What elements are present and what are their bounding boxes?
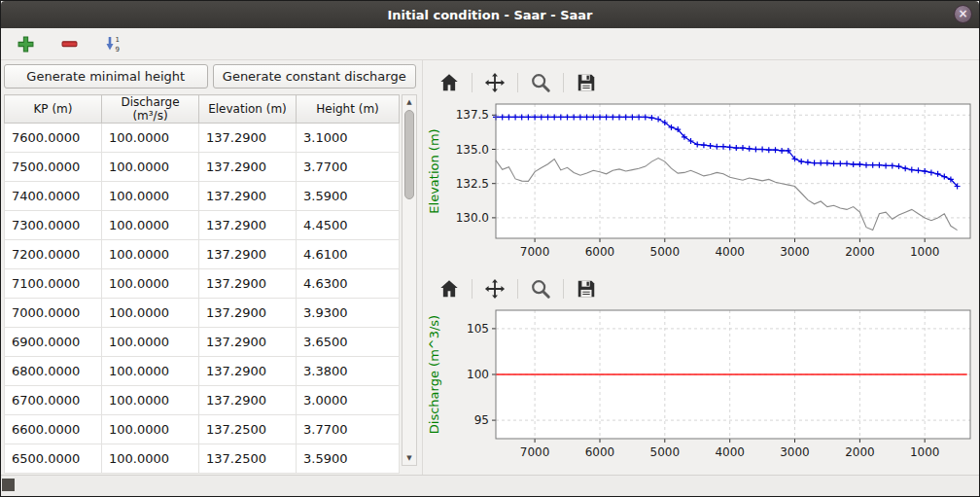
table-cell[interactable]: 100.0000 (102, 328, 199, 357)
table-cell[interactable]: 3.5900 (297, 444, 400, 474)
table-row[interactable]: 6800.0000100.0000137.29003.3800 (5, 357, 400, 386)
table-row[interactable]: 7600.0000100.0000137.29003.1000 (5, 124, 400, 153)
column-header[interactable]: Height (m) (297, 95, 400, 124)
table-cell[interactable]: 6800.0000 (5, 357, 102, 386)
table-cell[interactable]: 7400.0000 (5, 182, 102, 211)
table-cell[interactable]: 4.6100 (297, 240, 400, 269)
table-cell[interactable]: 6500.0000 (5, 444, 102, 474)
table-row[interactable]: 6900.0000100.0000137.29003.6500 (5, 328, 400, 357)
table-cell[interactable]: 7500.0000 (5, 153, 102, 182)
x-tick-label: 3000 (780, 445, 810, 459)
scrollbar-thumb[interactable] (404, 110, 414, 199)
elevation-zoom-button[interactable] (525, 70, 556, 95)
table-cell[interactable]: 6700.0000 (5, 386, 102, 415)
table-cell[interactable]: 3.0000 (297, 386, 400, 415)
table-cell[interactable]: 100.0000 (102, 240, 199, 269)
table-cell[interactable]: 100.0000 (102, 415, 199, 444)
table-cell[interactable]: 3.1000 (297, 124, 400, 153)
table-cell[interactable]: 100.0000 (102, 182, 199, 211)
table-row[interactable]: 7400.0000100.0000137.29003.5900 (5, 182, 400, 211)
table-cell[interactable]: 137.2900 (199, 153, 297, 182)
table-cell[interactable]: 137.2900 (199, 357, 297, 386)
table-cell[interactable]: 3.7700 (297, 153, 400, 182)
table-cell[interactable]: 6600.0000 (5, 415, 102, 444)
table-cell[interactable]: 100.0000 (102, 269, 199, 299)
table-row[interactable]: 6500.0000100.0000137.25003.5900 (5, 444, 400, 474)
table-row[interactable]: 7000.0000100.0000137.29003.9300 (5, 299, 400, 328)
table-cell[interactable]: 100.0000 (102, 357, 199, 386)
table-cell[interactable]: 137.2900 (199, 328, 297, 357)
x-tick-label: 7000 (520, 245, 550, 259)
x-tick-label: 4000 (715, 445, 745, 459)
table-cell[interactable]: 137.2900 (199, 386, 297, 415)
close-button[interactable]: × (954, 5, 972, 23)
remove-row-button[interactable] (57, 32, 81, 55)
table-scrollbar[interactable]: ▲ ▼ (402, 94, 417, 466)
elevation-pan-button[interactable] (479, 70, 510, 95)
scrollbar-track[interactable] (402, 109, 416, 451)
table-row[interactable]: 7500.0000100.0000137.29003.7700 (5, 153, 400, 182)
table-cell[interactable]: 137.2900 (199, 211, 297, 240)
add-row-button[interactable] (14, 32, 37, 55)
table-cell[interactable]: 3.9300 (297, 299, 400, 328)
scroll-up-icon[interactable]: ▲ (402, 95, 416, 109)
sort-rows-button[interactable]: 1 9 (101, 32, 124, 55)
table-row[interactable]: 6700.0000100.0000137.29003.0000 (5, 386, 400, 415)
table-cell[interactable]: 137.2900 (199, 124, 297, 153)
table-row[interactable]: 6600.0000100.0000137.25003.7700 (5, 415, 400, 444)
titlebar[interactable]: Initial condition - Saar - Saar × (1, 1, 979, 28)
table-cell[interactable]: 7600.0000 (5, 124, 102, 153)
discharge-pan-button[interactable] (479, 276, 510, 302)
table-body: 7600.0000100.0000137.29003.10007500.0000… (5, 124, 400, 474)
table-cell[interactable]: 137.2500 (199, 415, 297, 444)
table-cell[interactable]: 100.0000 (102, 124, 199, 153)
table-cell[interactable]: 137.2900 (199, 269, 297, 299)
table-cell[interactable]: 7000.0000 (5, 299, 102, 328)
column-header[interactable]: Elevation (m) (199, 95, 297, 124)
table-row[interactable]: 7200.0000100.0000137.29004.6100 (5, 240, 400, 269)
table-cell[interactable]: 3.5900 (297, 182, 400, 211)
table-cell[interactable]: 7200.0000 (5, 240, 102, 269)
save-icon (576, 278, 597, 300)
table-cell[interactable]: 4.6300 (297, 269, 400, 299)
table-cell[interactable]: 3.7700 (297, 415, 400, 444)
generate-minimal-height-button[interactable]: Generate minimal height (4, 64, 208, 89)
table-cell[interactable]: 7100.0000 (5, 269, 102, 299)
svg-text:1: 1 (116, 36, 120, 44)
column-header[interactable]: Discharge (m³/s) (102, 95, 199, 124)
table-cell[interactable]: 137.2900 (199, 240, 297, 269)
table-cell[interactable]: 100.0000 (102, 299, 199, 328)
y-tick-label: 132.5 (456, 177, 489, 191)
app-window: Initial condition - Saar - Saar × 1 9 (0, 0, 980, 497)
table-cell[interactable]: 100.0000 (102, 386, 199, 415)
home-icon (438, 72, 460, 93)
table-cell[interactable]: 100.0000 (102, 444, 199, 474)
generate-buttons-row: Generate minimal height Generate constan… (4, 64, 416, 89)
scroll-down-icon[interactable]: ▼ (402, 451, 416, 465)
table-cell[interactable]: 6900.0000 (5, 328, 102, 357)
table-cell[interactable]: 3.6500 (297, 328, 400, 357)
table-cell[interactable]: 137.2900 (199, 182, 297, 211)
discharge-save-button[interactable] (571, 276, 602, 302)
table-row[interactable]: 7300.0000100.0000137.29004.4500 (5, 211, 400, 240)
toolbar-separator (563, 73, 564, 92)
elevation-chart[interactable]: 7000600050004000300020001000130.0132.513… (426, 98, 976, 271)
table-cell[interactable]: 7300.0000 (5, 211, 102, 240)
table-cell[interactable]: 100.0000 (102, 153, 199, 182)
generate-constant-discharge-button[interactable]: Generate constant discharge (213, 64, 417, 89)
discharge-chart[interactable]: 700060005000400030002000100095100105Disc… (426, 304, 976, 472)
toolbar-separator (472, 279, 472, 299)
table-cell[interactable]: 3.3800 (297, 357, 400, 386)
table-row[interactable]: 7100.0000100.0000137.29004.6300 (5, 269, 400, 299)
y-tick-label: 100 (467, 368, 489, 381)
x-tick-label: 1000 (910, 445, 940, 459)
table-cell[interactable]: 137.2500 (199, 444, 297, 474)
elevation-save-button[interactable] (571, 70, 602, 95)
column-header[interactable]: KP (m) (5, 95, 102, 124)
elevation-home-button[interactable] (434, 70, 465, 95)
table-cell[interactable]: 4.4500 (297, 211, 400, 240)
table-cell[interactable]: 137.2900 (199, 299, 297, 328)
table-cell[interactable]: 100.0000 (102, 211, 199, 240)
discharge-zoom-button[interactable] (525, 276, 556, 302)
discharge-home-button[interactable] (434, 276, 465, 302)
